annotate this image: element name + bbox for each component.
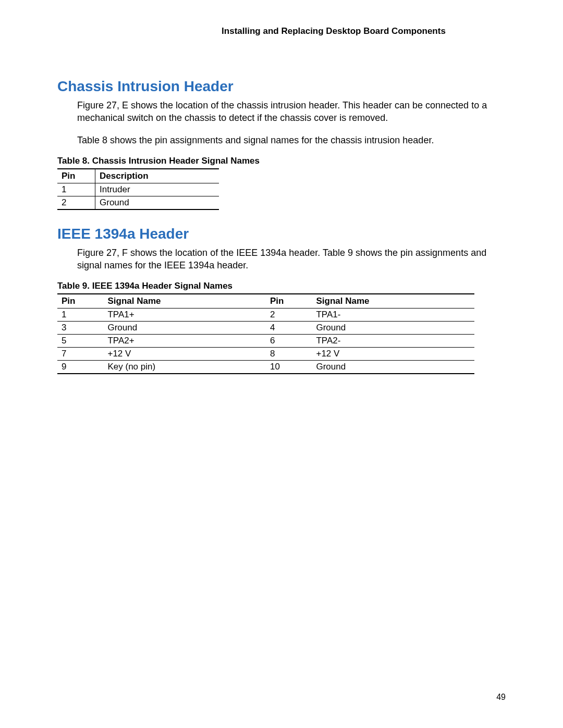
table-row: 1TPA1+2TPA1- <box>57 309 474 322</box>
cell-signal: Ground <box>312 322 474 335</box>
table-header-signal: Signal Name <box>312 294 474 309</box>
cell-signal: Key (no pin) <box>103 361 266 374</box>
section-heading-chassis: Chassis Intrusion Header <box>57 78 506 95</box>
paragraph: Figure 27, F shows the location of the I… <box>77 246 506 272</box>
cell-signal: +12 V <box>312 348 474 361</box>
cell-pin: 5 <box>57 335 103 348</box>
cell-pin: 1 <box>57 309 103 322</box>
page-number: 49 <box>496 693 506 702</box>
table-row: 2Ground <box>57 196 219 209</box>
table-row: 7+12 V8+12 V <box>57 348 474 361</box>
cell-signal: TPA1+ <box>103 309 266 322</box>
cell-pin: 6 <box>266 335 312 348</box>
cell-signal: Ground <box>103 322 266 335</box>
table-row: 1Intruder <box>57 183 219 196</box>
cell-pin: 1 <box>57 183 95 196</box>
table-row: 9Key (no pin)10Ground <box>57 361 474 374</box>
running-header: Installing and Replacing Desktop Board C… <box>57 26 506 36</box>
cell-pin: 3 <box>57 322 103 335</box>
cell-signal: +12 V <box>103 348 266 361</box>
table-row: 3Ground4Ground <box>57 322 474 335</box>
table-header-signal: Signal Name <box>103 294 266 309</box>
table-caption-9: Table 9. IEEE 1394a Header Signal Names <box>57 281 506 291</box>
table-header-pin: Pin <box>266 294 312 309</box>
cell-pin: 2 <box>266 309 312 322</box>
cell-signal: TPA2- <box>312 335 474 348</box>
table-8: Pin Description 1Intruder2Ground <box>57 168 219 210</box>
cell-pin: 4 <box>266 322 312 335</box>
cell-pin: 9 <box>57 361 103 374</box>
table-row: 5TPA2+6TPA2- <box>57 335 474 348</box>
paragraph: Table 8 shows the pin assignments and si… <box>77 134 506 146</box>
cell-signal: TPA2+ <box>103 335 266 348</box>
cell-pin: 10 <box>266 361 312 374</box>
cell-pin: 2 <box>57 196 95 209</box>
paragraph: Figure 27, E shows the location of the c… <box>77 99 506 125</box>
table-header-pin: Pin <box>57 169 95 183</box>
table-header-pin: Pin <box>57 294 103 309</box>
table-header-desc: Description <box>95 169 219 183</box>
table-9: Pin Signal Name Pin Signal Name 1TPA1+2T… <box>57 293 474 374</box>
cell-signal: TPA1- <box>312 309 474 322</box>
cell-signal: Ground <box>312 361 474 374</box>
cell-pin: 8 <box>266 348 312 361</box>
cell-desc: Ground <box>95 196 219 209</box>
table-caption-8: Table 8. Chassis Intrusion Header Signal… <box>57 156 506 166</box>
section-heading-ieee1394a: IEEE 1394a Header <box>57 226 506 242</box>
cell-pin: 7 <box>57 348 103 361</box>
cell-desc: Intruder <box>95 183 219 196</box>
